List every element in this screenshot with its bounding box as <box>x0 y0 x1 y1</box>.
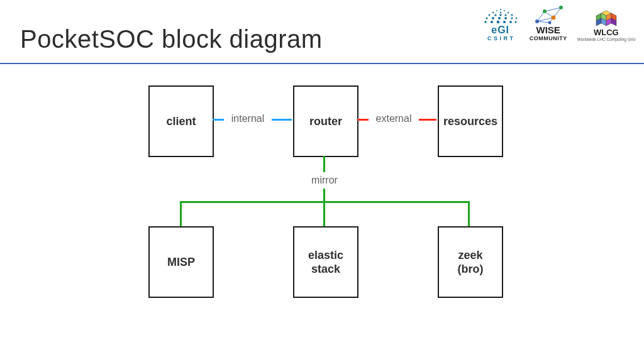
logo-wise: WISE COMMUNITY <box>530 4 567 41</box>
svg-point-7 <box>494 14 496 16</box>
logo-egi-word: eGI <box>491 25 509 36</box>
svg-point-3 <box>492 12 493 13</box>
svg-point-10 <box>511 14 513 16</box>
node-misp: MISP <box>148 226 214 298</box>
svg-point-5 <box>507 12 508 13</box>
svg-point-20 <box>503 21 506 23</box>
edge-mirror-trunk-bottom <box>323 189 325 202</box>
svg-point-34 <box>548 21 551 25</box>
svg-point-12 <box>492 17 494 19</box>
svg-point-4 <box>499 12 501 14</box>
logo-wlcg-word: WLCG <box>594 28 619 37</box>
svg-point-18 <box>491 21 493 23</box>
egi-dots-icon <box>482 7 519 25</box>
edge-mirror-drop-elastic <box>323 201 325 226</box>
svg-point-0 <box>500 9 501 10</box>
wlcg-cube-icon <box>594 7 619 28</box>
svg-point-6 <box>488 14 490 16</box>
svg-point-14 <box>504 17 507 19</box>
edge-internal-seg-right <box>272 119 292 121</box>
svg-point-19 <box>496 21 499 24</box>
svg-point-1 <box>496 10 497 11</box>
svg-point-30 <box>535 19 539 23</box>
logo-wise-sub: COMMUNITY <box>530 36 567 42</box>
logo-wlcg-sub: Worldwide LHC Computing Grid <box>577 37 635 41</box>
slide: PocketSOC block diagram eGI C S I R T <box>0 0 644 362</box>
svg-point-31 <box>543 9 547 13</box>
svg-point-2 <box>504 10 505 11</box>
node-zeek: zeek (bro) <box>438 226 503 298</box>
svg-point-32 <box>551 16 555 20</box>
edge-mirror-label: mirror <box>307 175 342 186</box>
svg-point-21 <box>509 21 512 23</box>
svg-point-22 <box>514 21 516 23</box>
logo-wlcg: WLCG Worldwide LHC Computing Grid <box>577 7 635 41</box>
node-client: client <box>148 85 214 157</box>
node-resources: resources <box>438 85 503 157</box>
svg-point-16 <box>515 18 517 19</box>
svg-point-13 <box>498 17 501 19</box>
svg-point-33 <box>559 6 563 9</box>
edge-internal-seg-left <box>213 119 224 121</box>
edge-mirror-drop-zeek <box>468 201 470 226</box>
svg-point-9 <box>504 14 506 16</box>
logo-wise-word: WISE <box>536 25 560 36</box>
node-router: router <box>293 85 358 157</box>
logo-row: eGI C S I R T WISE COMMUNITY <box>482 4 635 41</box>
page-title: PocketSOC block diagram <box>20 25 323 53</box>
svg-point-8 <box>499 14 501 16</box>
svg-point-15 <box>511 17 513 19</box>
diagram: client router resources internal externa… <box>0 63 644 362</box>
svg-point-17 <box>484 21 486 23</box>
svg-point-11 <box>486 17 487 19</box>
edge-mirror-trunk-top <box>323 156 325 172</box>
edge-external-seg-left <box>357 119 369 121</box>
edge-mirror-drop-misp <box>180 201 182 226</box>
edge-internal-label: internal <box>226 113 269 124</box>
logo-egi-sub: C S I R T <box>487 36 514 42</box>
wise-network-icon <box>532 4 565 25</box>
edge-external-seg-right <box>419 119 436 121</box>
node-elastic: elastic stack <box>293 226 358 298</box>
logo-egi: eGI C S I R T <box>482 7 519 41</box>
edge-external-label: external <box>371 113 416 124</box>
svg-line-29 <box>537 21 550 23</box>
